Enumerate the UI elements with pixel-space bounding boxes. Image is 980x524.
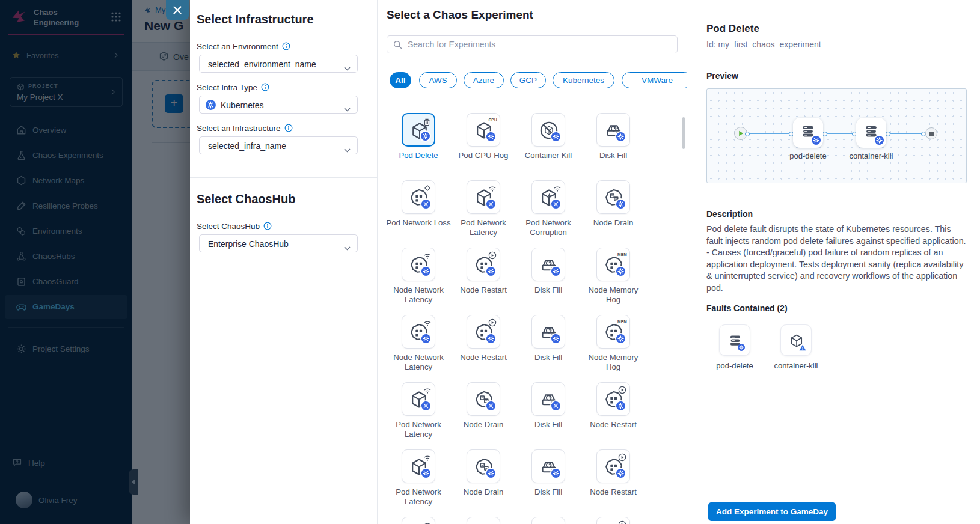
play-badge-icon: [618, 453, 626, 462]
experiment-card-pod-cpu-hog[interactable]: CPUPod CPU Hog: [451, 113, 516, 160]
fault-tile-container-kill[interactable]: [780, 324, 812, 356]
wifi-badge-icon: [423, 520, 432, 524]
experiment-card-label: Node Network Latency: [386, 285, 451, 304]
infrastructure-select[interactable]: selected_infra_name: [199, 136, 358, 154]
trash-badge-icon: [423, 117, 431, 126]
info-icon[interactable]: [263, 222, 272, 230]
info-icon[interactable]: [261, 83, 269, 91]
preview-label: Preview: [706, 71, 738, 81]
detail-title: Pod Delete: [706, 23, 759, 35]
experiment-card-pod-network-latency[interactable]: Pod Network Latency: [386, 382, 451, 439]
experiment-card-node-drain[interactable]: Node Drain: [451, 517, 516, 524]
section-divider: [190, 177, 378, 178]
experiment-card-disk-fill[interactable]: Disk Fill: [581, 113, 646, 160]
experiment-card-label: Node Restart: [581, 420, 646, 430]
experiment-card-label: Pod Network Latency: [386, 487, 451, 506]
chaoshub-select[interactable]: Enterprise ChaosHub: [199, 234, 358, 252]
experiment-card-label: Node Restart: [581, 487, 646, 497]
info-icon[interactable]: [284, 124, 293, 132]
experiment-card-pod-network-loss[interactable]: Pod Network Loss: [386, 180, 451, 228]
infra-type-select[interactable]: Kubernetes: [199, 96, 358, 114]
infra-type-label: Select Infra Type: [197, 83, 269, 92]
experiment-card-node-restart[interactable]: Node Restart: [581, 517, 646, 524]
pipeline-node-container-kill[interactable]: [856, 118, 886, 148]
info-icon[interactable]: [282, 42, 290, 50]
play-badge-icon: [618, 386, 626, 394]
infrastructure-panel: Select Infrastructure Select an Environm…: [190, 0, 378, 524]
fault-tile-pod-delete[interactable]: [719, 324, 750, 356]
scrollbar-thumb[interactable]: [682, 117, 685, 149]
kubernetes-badge-icon: [421, 132, 430, 141]
play-badge-icon: [618, 520, 626, 524]
infrastructure-label: Select an Infrastructure: [197, 124, 293, 133]
experiment-card-node-drain[interactable]: Node Drain: [451, 449, 516, 497]
experiment-card-node-drain[interactable]: Node Drain: [451, 382, 516, 430]
pipeline-node-label: pod-delete: [772, 151, 844, 160]
wifi-badge-icon: [423, 251, 432, 260]
play-badge-icon: [488, 251, 497, 260]
experiment-card-node-network-latency[interactable]: Node Network Latency: [386, 315, 451, 371]
experiment-card-disk-fill[interactable]: Disk Fill: [516, 248, 581, 295]
preview-canvas: pod-deletecontainer-kill: [706, 88, 967, 183]
pipeline-port: [886, 132, 890, 136]
close-icon: [173, 5, 182, 15]
experiment-card-node-drain[interactable]: Node Drain: [581, 180, 646, 228]
experiment-card-node-restart[interactable]: Node Restart: [581, 449, 646, 497]
experiment-card-node-memory-hog[interactable]: MEMNode Memory Hog: [581, 248, 646, 304]
kubernetes-badge-icon: [421, 267, 430, 276]
kubernetes-badge-icon: [551, 401, 560, 410]
kubernetes-badge-icon: [551, 267, 560, 276]
description-text: Pod delete fault disrupts the state of K…: [706, 224, 966, 294]
experiment-card-container-kill[interactable]: Container Kill: [516, 113, 581, 160]
detail-id: Id: my_first_chaos_experiment: [706, 40, 821, 49]
kubernetes-badge-icon: [551, 469, 560, 478]
experiment-card-disk-fill[interactable]: Disk Fill: [516, 315, 581, 362]
kubernetes-badge-icon: [486, 132, 495, 141]
experiment-card-pod-delete[interactable]: Pod Delete: [386, 113, 451, 160]
kubernetes-badge-icon: [486, 469, 495, 478]
experiment-card-disk-fill[interactable]: Disk Fill: [516, 517, 581, 524]
experiment-card-node-restart[interactable]: Node Restart: [451, 248, 516, 295]
add-experiment-to-gameday-button[interactable]: Add Experiment to GameDay: [708, 502, 836, 521]
wifi-badge-icon: [423, 386, 432, 394]
environment-select[interactable]: selected_environment_name: [199, 55, 358, 73]
wifi-badge-icon: [423, 453, 432, 462]
kubernetes-badge-icon: [875, 136, 884, 145]
experiment-card-label: Node Drain: [451, 420, 516, 430]
experiment-card-label: Disk Fill: [516, 353, 581, 362]
experiment-card-pod-network-latency[interactable]: Pod Network Latency: [451, 180, 516, 237]
chevron-down-icon: [344, 62, 351, 67]
fault-label: pod-delete: [705, 361, 765, 370]
experiment-card-disk-fill[interactable]: Disk Fill: [516, 382, 581, 430]
experiment-card-disk-fill[interactable]: Disk Fill: [516, 449, 581, 497]
kubernetes-badge-icon: [421, 334, 430, 343]
experiment-card-label: Pod Network Latency: [451, 218, 516, 237]
experiment-card-label: Node Memory Hog: [581, 353, 646, 371]
experiment-card-label: Pod Network Corruption: [516, 218, 581, 237]
pipeline-edge: [741, 133, 931, 134]
kubernetes-badge-icon: [486, 200, 495, 209]
experiment-card-node-memory-hog[interactable]: MEMNode Memory Hog: [581, 315, 646, 371]
pipeline-node-pod-delete[interactable]: [793, 118, 823, 148]
close-button[interactable]: [166, 0, 189, 20]
environment-label: Select an Environment: [197, 42, 290, 51]
experiment-card-label: Disk Fill: [516, 285, 581, 295]
experiment-card-pod-network-corruption[interactable]: Pod Network Corruption: [516, 180, 581, 237]
wifi-badge-icon: [423, 318, 432, 327]
kubernetes-badge-icon: [486, 401, 495, 410]
experiment-card-label: Disk Fill: [516, 487, 581, 497]
kubernetes-badge-icon: [551, 200, 560, 209]
kubernetes-badge-icon: [616, 132, 625, 141]
experiment-grid: Pod DeleteCPUPod CPU HogContainer KillDi…: [378, 0, 687, 524]
pipeline-port: [745, 132, 750, 136]
experiment-card-node-restart[interactable]: Node Restart: [451, 315, 516, 362]
experiment-card-node-restart[interactable]: Node Restart: [581, 382, 646, 430]
chaoshub-heading: Select ChaosHub: [197, 192, 295, 206]
experiment-card-pod-network-latency[interactable]: Pod Network Latency: [386, 517, 451, 524]
experiment-card-pod-network-latency[interactable]: Pod Network Latency: [386, 449, 451, 506]
kubernetes-badge-icon: [616, 469, 625, 478]
experiment-card-node-network-latency[interactable]: Node Network Latency: [386, 248, 451, 304]
experiment-card-label: Container Kill: [516, 151, 581, 160]
chevron-down-icon: [344, 103, 351, 108]
experiment-card-label: Disk Fill: [581, 151, 646, 160]
